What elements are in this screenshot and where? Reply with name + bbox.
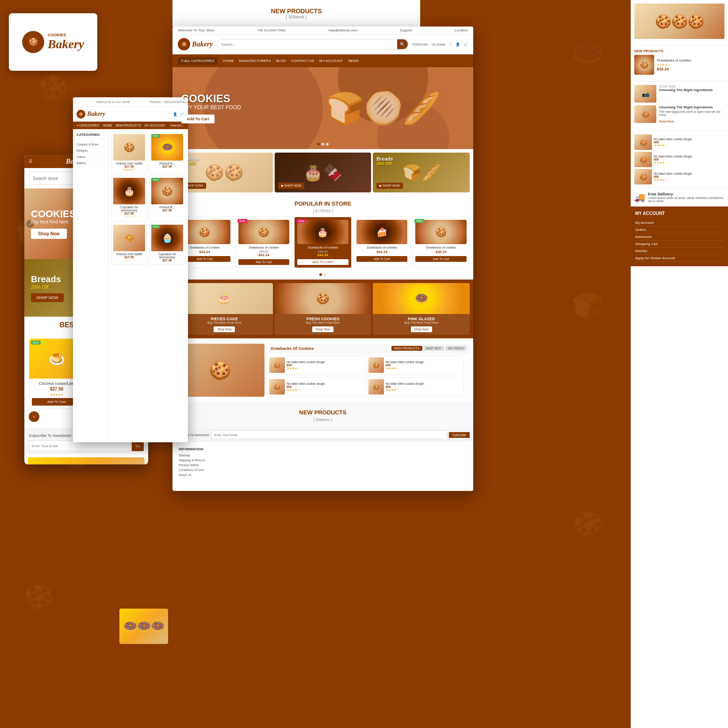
carousel-dots	[317, 143, 329, 146]
mini-product-price-3: $00	[287, 385, 326, 388]
tablet-product-card-3: 🎂 Cupcakes for anniversary $27.56 ☆☆☆☆☆	[111, 176, 147, 221]
add-to-cart-btn-2[interactable]: Add To Cart	[238, 259, 290, 265]
wishlist-icon[interactable]: ♡	[449, 42, 452, 46]
right-product-stars: ★★★★☆	[657, 63, 724, 67]
right-product-img-drawbacks: 🍪	[634, 55, 654, 75]
prod-dot-1[interactable]	[319, 273, 322, 276]
right-mini-img-1: 🍪	[634, 134, 652, 150]
tab-no-finith[interactable]: NO FINITH	[445, 346, 466, 351]
newsletter-submit[interactable]: Subscribe	[449, 432, 470, 438]
search-button[interactable]: 🔍	[397, 39, 408, 50]
tab-best-buy[interactable]: BEST BUY	[424, 346, 444, 351]
add-to-cart-btn-5[interactable]: Add To Cart	[415, 256, 467, 262]
nav-home[interactable]: HOME	[223, 59, 234, 63]
deco-cookie-1: 🍪	[36, 73, 69, 104]
nav-account[interactable]: MY ACCOUNT	[319, 59, 343, 63]
cat-banner-cookies: 🍪🍪 Cookies 20% Off! ▶ SHOP NOW	[176, 153, 273, 192]
tablet-nav-my-account[interactable]: MY ACCOUNT	[145, 124, 165, 127]
tablet-nav-new-products[interactable]: NEW PRODUCTS	[115, 124, 141, 127]
promo-btn-cake[interactable]: Shop Now	[214, 326, 235, 332]
mobile-bread-button[interactable]: SHOP NOW	[31, 293, 64, 302]
search-bar[interactable]: 🔍	[217, 39, 408, 50]
nav-all-categories[interactable]: ≡ ALL CATEGORIES	[178, 57, 218, 65]
mobile-hero-title: COOKIES	[31, 209, 76, 219]
right-top-product-img: 🍪🍪🍪	[634, 4, 724, 39]
user-icon[interactable]: 👤	[456, 42, 460, 46]
tablet-products-grid: 🍪 Cheese herb waffle $27.56 ★★★★☆ New 🍩 …	[108, 129, 188, 267]
mini-product-info-4: No bake bites cookie dough. $00 ★★★★☆	[386, 382, 425, 392]
right-mini-products-list: 🍪 No bake bites cookie dough. $00 ★★★★☆ …	[634, 134, 724, 184]
right-mini-img-3: 🍪	[634, 169, 652, 184]
mobile-shop-now-button[interactable]: Shop Now	[31, 229, 67, 239]
dot-1[interactable]	[317, 143, 320, 146]
promo-img-cookies: 🍪	[275, 283, 372, 314]
new-products-banner: NEW PRODUCTS ( 50Items )	[172, 0, 420, 27]
language-selector[interactable]: ENGLISH	[413, 42, 428, 46]
info-shipping[interactable]: Shipping & Returns	[179, 458, 205, 463]
sidebar-cat-cakes[interactable]: Cakes	[77, 154, 104, 160]
right-mini-img-2: 🍪	[634, 152, 652, 167]
sidebar-cat-delights[interactable]: Delights	[77, 148, 104, 154]
dot-2[interactable]	[322, 143, 324, 146]
right-account-my-account[interactable]: My Account	[635, 219, 724, 226]
mini-product-img-4: 🍪	[368, 379, 384, 395]
site-topbar: Welcome To Your Store +00 01234675492 ma…	[172, 27, 473, 34]
right-account-shopping-cart[interactable]: Shopping Cart	[635, 241, 724, 248]
add-to-cart-btn-3[interactable]: ADD TO CART	[297, 259, 349, 265]
info-about[interactable]: About Us	[179, 472, 205, 477]
right-account-orders[interactable]: Orders	[635, 226, 724, 234]
mobile-prev-button[interactable]: ‹	[29, 411, 39, 422]
tablet-nav-categories[interactable]: ≡ CATEGORIES	[77, 124, 99, 127]
nav-blog[interactable]: BLOG	[276, 59, 286, 63]
promo-name-cake: PIECES CAKE	[178, 317, 271, 321]
badge-sale-3: Sale	[296, 219, 306, 223]
cart-icon[interactable]: 🛒	[464, 42, 468, 46]
popular-products-row: New 🍪 Drawbacks of cookies $42.24 Add To…	[172, 217, 473, 272]
promo-btn-glazed[interactable]: Shop Now	[411, 326, 432, 332]
tablet-product-name-5: Cheese herb waffle	[113, 253, 145, 256]
currency-selector[interactable]: Us Dolar	[432, 42, 445, 46]
dot-3[interactable]	[326, 143, 329, 146]
prod-dot-2[interactable]	[324, 273, 326, 276]
badge-sale-2: Sale	[238, 219, 247, 223]
badge-new-5: New	[414, 219, 424, 223]
product-price-3: $42.24	[297, 253, 349, 257]
mini-product-img-2: 🍪	[368, 357, 384, 373]
info-sitemap[interactable]: Sitemap	[179, 453, 205, 458]
hero-add-to-cart-button[interactable]: Add To Cart	[181, 115, 215, 123]
right-account-wishlist[interactable]: Wishlist	[635, 248, 724, 255]
right-account-addresses[interactable]: Addresses	[635, 234, 724, 241]
hero-subtitle: BUY YOUR BEST FOOD	[181, 104, 241, 111]
mobile-bread-discount: 20% Off.	[31, 284, 64, 290]
tablet-wishlist[interactable]: ♡	[167, 112, 170, 116]
cat-cakes-shop-button[interactable]: ▶ SHOP NOW	[278, 183, 305, 189]
nav-news[interactable]: NEWS	[348, 59, 359, 63]
promo-btn-cookies[interactable]: Shop Now	[312, 326, 333, 332]
right-blog-title-1: Choosing The Right Ingredients	[659, 88, 724, 92]
cat-breads-shop-button[interactable]: ▶ SHOP NOW	[376, 183, 403, 189]
mobile-menu-icon[interactable]: ☰	[29, 159, 32, 164]
topbar-support: Support	[400, 28, 412, 32]
nav-contact[interactable]: CONTACT US	[291, 59, 314, 63]
tablet-product-price-2: $27.56	[151, 165, 183, 168]
add-to-cart-btn-4[interactable]: Add To Cart	[356, 256, 408, 262]
tablet-nav-home[interactable]: HOME	[103, 124, 112, 127]
tab-new-products[interactable]: NEW PRODUCTS	[391, 346, 422, 351]
right-blog-read-more-2[interactable]: Read More	[659, 120, 674, 123]
search-input[interactable]	[218, 42, 397, 46]
info-privacy[interactable]: Privacy Notice	[179, 463, 205, 467]
product-name-2: Drawbacks of cookies	[238, 246, 290, 249]
tablet-stars-1: ★★★★☆	[113, 168, 145, 172]
sidebar-cat-bakery[interactable]: Bakery	[77, 160, 104, 166]
mobile-subscribe-label: Subscribe To Newsletter	[29, 433, 72, 438]
promo-info-glazed: PINK GLAZED Buy The Best Food Here Shop …	[373, 314, 470, 335]
newsletter-input[interactable]	[211, 430, 447, 439]
tablet-product-name-3: Cupcakes for anniversary	[113, 206, 145, 212]
sidebar-cat-cookies[interactable]: Cookies & More	[77, 142, 104, 148]
product-old-price-2: $30.25	[238, 250, 290, 253]
right-account-title: MY ACCOUNT	[635, 211, 724, 216]
nav-manufacturers[interactable]: MANUFACTURERS	[239, 59, 271, 63]
tablet-stars-5: ☆☆☆☆☆	[113, 259, 145, 262]
info-conditions[interactable]: Conditions Of Use	[179, 467, 205, 472]
right-account-vendor[interactable]: Apply for Vendor Account	[635, 255, 724, 262]
